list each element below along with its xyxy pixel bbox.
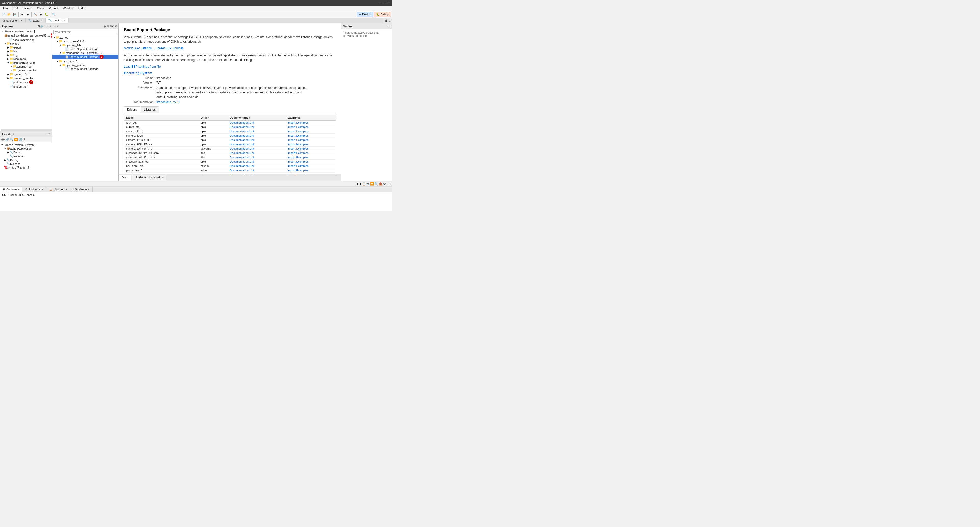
bsp-os-doc-link[interactable]: standalone_v7_7 (156, 100, 180, 104)
asst-item-asaa-system[interactable]: ▼ 🖥 asaa_system [System] (0, 143, 52, 146)
tab-xw-top[interactable]: 🔧 xw_top ✕ (46, 18, 68, 23)
assistant-minimize-icon[interactable]: ─ (46, 132, 48, 135)
tab-guidance[interactable]: ℹ Guidance ✕ (70, 187, 93, 192)
driver-doc-link[interactable]: Documentation Link (230, 143, 255, 146)
explorer-menu-icon[interactable]: ⋮ (44, 25, 46, 27)
tab-vitis-log[interactable]: 📋 Vitis Log ✕ (46, 187, 70, 192)
assistant-tb-menu[interactable]: ⋮ (23, 138, 26, 142)
assistant-tb-filter[interactable]: 🔽 (14, 138, 18, 142)
driver-doc-link[interactable]: Documentation Link (230, 130, 255, 133)
bottom-tb-search[interactable]: 🔍 (374, 182, 378, 186)
tb-save[interactable]: 💾 (12, 12, 18, 17)
tree-item-zynqmp-pmufw[interactable]: ▼ 📁 zynqmp_pmufw (0, 68, 52, 72)
bsp-nav-settings-icon[interactable]: ⚙ (112, 25, 115, 27)
bsp-tree-bsp-3[interactable]: 📄 Board Support Package (52, 67, 118, 71)
tb-forward[interactable]: ▶ (25, 12, 30, 17)
bottom-tb-up[interactable]: ⬆ (356, 182, 359, 186)
driver-import-link[interactable]: Import Examples (287, 125, 309, 129)
tree-item-asaa-sprj[interactable]: 📄 asaa_system.sprj (0, 38, 52, 41)
tab-asaa-system[interactable]: asaa_system ✕ (0, 18, 25, 23)
driver-table-container[interactable]: Name Driver Documentation Examples STATU… (124, 115, 336, 174)
console-close[interactable]: ✕ (18, 188, 20, 191)
driver-import-link[interactable]: Import Examples (287, 169, 309, 172)
assistant-tb-add[interactable]: ➕ (1, 138, 5, 142)
driver-import-link[interactable]: Import Examples (287, 134, 309, 137)
explorer-collapse-icon[interactable]: ⊟ (38, 25, 40, 27)
assistant-maximize-icon[interactable]: □ (49, 132, 50, 135)
driver-import-link[interactable]: Import Examples (287, 139, 309, 142)
bsp-tree-standalone-cortexa53[interactable]: ▼ 📁 standalone_psu_cortexa53_0 (52, 51, 118, 55)
explorer-link-icon[interactable]: 🔗 (40, 25, 43, 27)
tree-item-hw[interactable]: ▶ 📁 hw (0, 49, 52, 53)
bottom-tb-minimize[interactable]: ─ (387, 182, 389, 186)
tree-item-export[interactable]: ▶ 📁 export (0, 45, 52, 49)
bottom-tb-filter[interactable]: 🔽 (370, 182, 374, 186)
asst-item-xw-top-platform[interactable]: 🏗 xw_top [Platform] (0, 166, 52, 169)
outline-minimize-icon[interactable]: ─ (387, 25, 388, 27)
driver-doc-link[interactable]: Documentation Link (230, 139, 255, 142)
tree-item-psu-cortexa53[interactable]: ▼ 📁 psu_cortexa53_0 (0, 61, 52, 65)
tab-asaa[interactable]: 🔧 asaa ✕ (25, 18, 46, 23)
menu-help[interactable]: Help (76, 6, 87, 11)
tree-item-platform-spr[interactable]: 📄 platform.spr 2 (0, 80, 52, 84)
driver-doc-link[interactable]: Documentation Link (230, 156, 255, 159)
menu-edit[interactable]: Edit (11, 6, 20, 11)
close-button[interactable]: ✕ (387, 1, 390, 5)
asst-item-release1[interactable]: 🔧 Release (0, 154, 52, 158)
bsp-tree-bsp-2[interactable]: 📄 Board Support Package 3 (52, 55, 118, 59)
bottom-tb-clear[interactable]: 🗑 (366, 182, 369, 186)
tree-item-logs[interactable]: ▶ 📁 logs (0, 53, 52, 57)
tree-item-asaa[interactable]: 📦 asaa [ standalone_psu_cortexa53_... 1 (0, 33, 52, 38)
toggle-asst-debug2[interactable]: ▶ (3, 159, 6, 161)
bsp-nav-minimize-icon[interactable]: ─ (54, 25, 56, 27)
menu-xilinx[interactable]: Xilinx (35, 6, 46, 11)
bsp-tree-xw-top[interactable]: ▼ 📁 xw_top (52, 35, 118, 39)
restore-icon[interactable]: 🗗 (385, 19, 388, 22)
tab-drivers[interactable]: Drivers (124, 107, 140, 113)
bsp-nav-close-icon[interactable]: ✕ (115, 25, 117, 27)
toggle-resources[interactable]: ▶ (6, 58, 10, 60)
bottom-tb-down[interactable]: ⬇ (359, 182, 362, 186)
tab-asaa-close[interactable]: ✕ (41, 19, 43, 22)
toggle-zynqmp-fsbl2[interactable]: ▶ (6, 73, 10, 76)
maximize-editor-icon[interactable]: □ (389, 19, 390, 22)
asst-item-release2[interactable]: 🔧 Release (0, 162, 52, 166)
load-bsp-link[interactable]: Load BSP settings from file (124, 65, 161, 68)
menu-file[interactable]: File (1, 6, 10, 11)
bottom-tb-settings[interactable]: ⚙ (383, 182, 386, 186)
driver-import-link[interactable]: Import Examples (287, 164, 309, 167)
driver-import-link[interactable]: Import Examples (287, 130, 309, 133)
bsp-nav-maximize-icon[interactable]: □ (56, 25, 58, 27)
tab-main[interactable]: Main (119, 175, 131, 181)
bsp-tree-zynqmp-pmufw[interactable]: ▼ 📁 zynqmp_pmufw (52, 63, 118, 67)
bsp-tree-bsp-1[interactable]: 📄 Board Support Package (52, 47, 118, 51)
maximize-button[interactable]: □ (383, 1, 385, 5)
toggle-asaa-system[interactable]: ▼ (0, 30, 3, 33)
toggle-zynqmp-pmufw2[interactable]: ▶ (6, 77, 10, 80)
driver-doc-link[interactable]: Documentation Link (230, 121, 255, 124)
bsp-nav-collapse-icon[interactable]: ⊟ (110, 25, 111, 27)
toggle-zynqmp-pmufw[interactable]: ▼ (10, 69, 13, 72)
driver-doc-link[interactable]: Documentation Link (230, 151, 255, 154)
toggle-asst-debug1[interactable]: ▶ (6, 151, 10, 154)
driver-doc-link[interactable]: Documentation Link (230, 160, 255, 163)
bsp-nav-expand-icon[interactable]: ⊞ (107, 25, 109, 27)
tb-new[interactable]: 📄 (1, 12, 6, 17)
tree-item-zynqmp-pmufw2[interactable]: ▶ 📁 zynqmp_pmufw (0, 76, 52, 80)
tree-item-asaa-system[interactable]: ▼ 🖥 asaa_system [xw_top] (0, 30, 52, 33)
design-button[interactable]: ✏ Design (357, 12, 373, 17)
bottom-tb-copy[interactable]: 📋 (362, 182, 366, 186)
minimize-button[interactable]: ─ (379, 1, 381, 5)
modify-bsp-link[interactable]: Modify BSP Settings... (124, 46, 154, 50)
explorer-maximize-icon[interactable]: □ (49, 25, 51, 27)
assistant-tb-refresh[interactable]: 🔄 (18, 138, 22, 142)
outline-maximize-icon[interactable]: □ (389, 25, 390, 27)
menu-project[interactable]: Project (47, 6, 60, 11)
toggle-zynqmp-fsbl[interactable]: ▼ (10, 65, 13, 68)
toggle-asst-asaa-app[interactable]: ▼ (3, 147, 6, 150)
driver-doc-link[interactable]: Documentation Link (230, 125, 255, 129)
toggle-logs[interactable]: ▶ (6, 54, 10, 56)
tree-item-platform-tcl[interactable]: 📄 platform.tcl (0, 84, 52, 88)
guidance-close[interactable]: ✕ (88, 188, 90, 191)
driver-doc-link[interactable]: Documentation Link (230, 134, 255, 137)
